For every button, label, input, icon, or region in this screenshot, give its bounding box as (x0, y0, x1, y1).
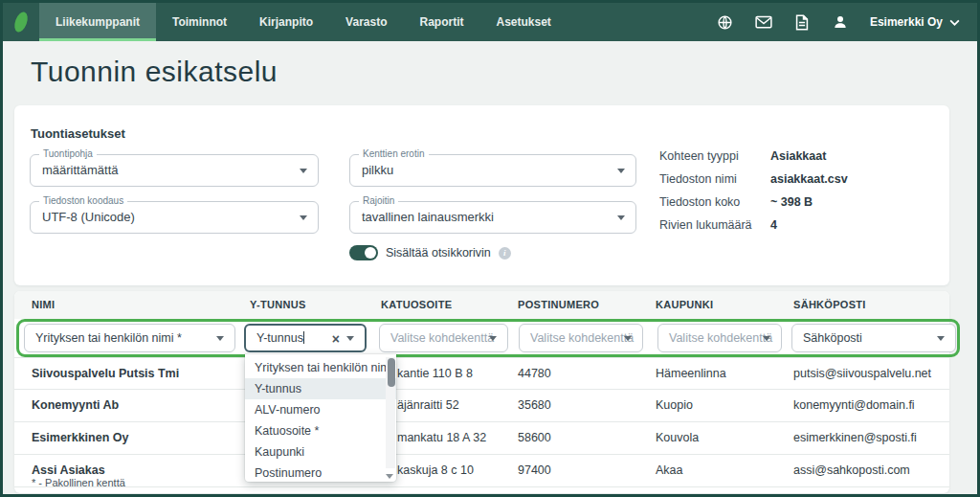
cell-sahkoposti: assi@sahkoposti.com (793, 455, 910, 486)
nav-tabs: Liikekumppanit Toiminnot Kirjanpito Vara… (39, 3, 568, 41)
nav-tab-asetukset[interactable]: Asetukset (479, 3, 567, 41)
nav-tab-toiminnot[interactable]: Toiminnot (156, 3, 243, 41)
caret-down-icon (617, 215, 625, 220)
mapping-select-postinumero[interactable]: Valitse kohdekenttä (519, 324, 643, 352)
toggle-label: Sisältää otsikkorivin (386, 246, 491, 260)
globe-icon[interactable] (717, 13, 734, 31)
dropdown-item[interactable]: Kaupunki (245, 441, 396, 463)
leaf-logo-icon (12, 11, 31, 34)
app-logo[interactable] (3, 3, 39, 41)
caret-down-icon (937, 336, 945, 341)
select-tuontipohja[interactable]: Tuontipohja määrittämättä (30, 154, 319, 187)
clear-icon[interactable]: × (332, 330, 340, 348)
select-tiedoston-koodaus[interactable]: Tiedoston koodaus UTF-8 (Unicode) (30, 201, 319, 234)
cell-nimi: Konemyynti Ab (32, 390, 119, 421)
info-label: Tiedoston koko (659, 195, 770, 209)
info-value: Asiakkaat (770, 149, 826, 163)
caret-down-icon (624, 336, 632, 341)
nav-right-icons: Esimerkki Oy (717, 3, 977, 41)
table-rows: Siivouspalvelu Putsis Tmi kantie 110 B 8… (14, 357, 949, 487)
import-settings-card: Tuontiasetukset Tuontipohja määrittämätt… (14, 105, 949, 285)
cell-kaupunki: Hämeenlinna (656, 358, 726, 390)
scroll-down-arrow-icon[interactable] (386, 474, 393, 479)
info-label: Kohteen tyyppi (659, 149, 770, 163)
dropdown-item[interactable]: Postinumero (245, 463, 396, 482)
cell-sahkoposti: putsis@siivouspalvelu.net (793, 358, 931, 390)
mapping-select-kaupunki[interactable]: Valitse kohdekenttä (657, 324, 782, 352)
dropdown-item-highlighted[interactable]: Y-tunnus (245, 378, 396, 399)
table-row: Siivouspalvelu Putsis Tmi kantie 110 B 8… (14, 357, 949, 390)
account-menu[interactable]: Esimerkki Oy (870, 15, 960, 29)
table-header-row: NIMI Y-TUNNUS KATUOSOITE POSTINUMERO KAU… (14, 291, 949, 319)
caret-down-icon (216, 336, 224, 341)
column-header-sahkoposti: SÄHKÖPOSTI (793, 291, 866, 319)
cell-sahkoposti: konemyynti@domain.fi (793, 390, 915, 421)
mapping-select-nimi[interactable]: Yrityksen tai henkilön nimi * (24, 324, 235, 352)
select-kenttien-erotin-value: pilkku (350, 155, 635, 186)
select-rajoitin[interactable]: Rajoitin tavallinen lainausmerkki (349, 201, 636, 234)
cell-katuosoite: kaskuja 8 c 10 (397, 455, 474, 486)
dropdown-item[interactable]: ALV-numero (245, 399, 396, 420)
cell-katuosoite: kantie 110 B 8 (397, 358, 473, 390)
mapping-select-sahkoposti[interactable]: Sähköposti (791, 324, 956, 352)
chevron-down-icon (949, 19, 960, 26)
nav-tab-kirjanpito[interactable]: Kirjanpito (243, 3, 329, 41)
cell-katuosoite: mankatu 18 A 32 (397, 422, 486, 454)
caret-down-icon (300, 215, 307, 220)
cell-kaupunki: Kuopio (656, 390, 693, 421)
column-header-katuosoite: KATUOSOITE (381, 291, 452, 319)
info-value: 4 (770, 218, 777, 232)
toggle-knob (365, 247, 376, 259)
table-row: Assi Asiakas kaskuja 8 c 10 97400 Akaa a… (14, 455, 949, 487)
cell-nimi: Esimerkkinen Oy (32, 422, 128, 454)
table-row: Esimerkkinen Oy mankatu 18 A 32 58600 Ko… (14, 422, 949, 455)
user-icon[interactable] (832, 13, 849, 31)
mapping-field-dropdown: Yrityksen tai henkilön nimi * Y-tunnus A… (245, 354, 396, 482)
cell-katuosoite: äjänraitti 52 (397, 390, 459, 421)
cell-kaupunki: Kouvola (656, 422, 699, 454)
info-label: Rivien lukumäärä (659, 218, 770, 232)
account-label: Esimerkki Oy (870, 15, 943, 29)
info-icon[interactable]: i (499, 247, 511, 260)
column-header-y-tunnus: Y-TUNNUS (250, 291, 306, 319)
dropdown-item[interactable]: Yrityksen tai henkilön nimi * (245, 357, 396, 378)
info-row: Tiedoston koko ~ 398 B (659, 195, 848, 209)
mail-icon[interactable] (755, 13, 772, 31)
cell-postinumero: 58600 (518, 422, 551, 454)
page-title: Tuonnin esikatselu (31, 56, 278, 88)
cell-postinumero: 97400 (518, 455, 551, 486)
cell-postinumero: 35680 (518, 390, 551, 421)
caret-down-icon (300, 169, 307, 173)
preview-table-card: NIMI Y-TUNNUS KATUOSOITE POSTINUMERO KAU… (14, 291, 949, 493)
nav-tab-varasto[interactable]: Varasto (329, 3, 403, 41)
import-preview-screen: { "colors": { "accent_green": "#4caf50",… (0, 0, 980, 497)
header-row-toggle[interactable] (349, 245, 378, 260)
caret-down-icon (489, 336, 497, 341)
select-rajoitin-label: Rajoitin (359, 195, 398, 206)
cell-kaupunki: Akaa (656, 455, 683, 486)
mapping-select-sahkoposti-value: Sähköposti (792, 325, 955, 351)
caret-down-icon (763, 336, 770, 341)
cell-postinumero: 44780 (518, 358, 551, 390)
document-icon[interactable] (793, 13, 811, 31)
mapping-select-y-tunnus[interactable]: Y-tunnus × (244, 324, 367, 352)
info-row: Kohteen tyyppi Asiakkaat (659, 149, 848, 163)
column-header-postinumero: POSTINUMERO (518, 291, 599, 319)
info-value: asiakkaat.csv (770, 172, 848, 186)
field-mapping-row: Yrityksen tai henkilön nimi * Y-tunnus ×… (14, 319, 949, 357)
mapping-select-nimi-value: Yrityksen tai henkilön nimi * (25, 325, 234, 351)
caret-down-icon (346, 336, 354, 341)
select-tuontipohja-value: määrittämättä (31, 155, 318, 186)
select-rajoitin-value: tavallinen lainausmerkki (350, 202, 635, 233)
select-tiedoston-koodaus-label: Tiedoston koodaus (39, 195, 127, 206)
text-cursor (303, 331, 304, 344)
header-row-toggle-row: Sisältää otsikkorivin i (349, 245, 511, 260)
select-kenttien-erotin[interactable]: Kenttien erotin pilkku (349, 154, 636, 187)
dropdown-item[interactable]: Katuosoite * (245, 420, 396, 441)
required-field-footnote: * - Pakollinen kenttä (32, 477, 125, 488)
nav-tab-liikekumppanit[interactable]: Liikekumppanit (39, 3, 156, 41)
mapping-select-katuosoite[interactable]: Valitse kohdekenttä (379, 324, 508, 352)
nav-tab-raportit[interactable]: Raportit (403, 3, 479, 41)
table-row: Konemyynti Ab äjänraitti 52 35680 Kuopio… (14, 390, 949, 422)
dropdown-scrollbar-thumb[interactable] (388, 358, 395, 387)
